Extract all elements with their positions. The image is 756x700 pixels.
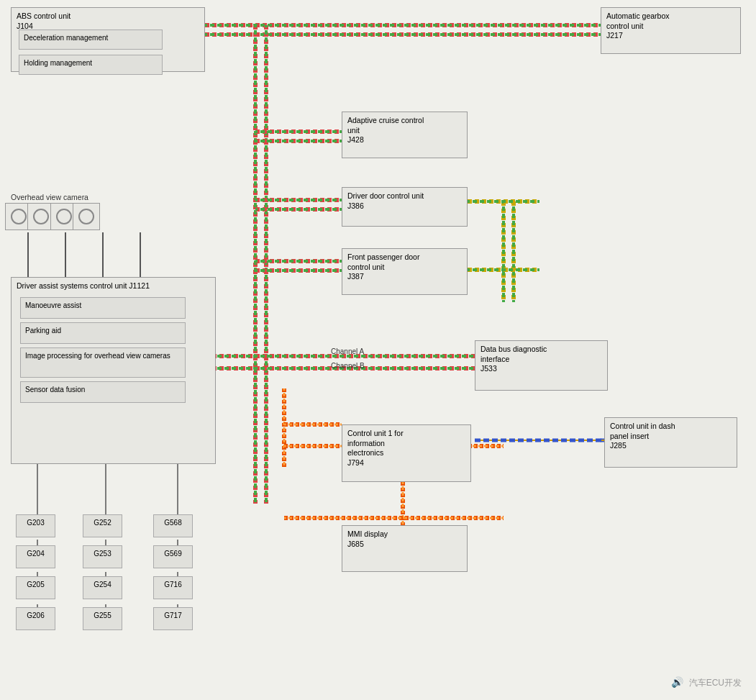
dash-panel-insert: Control unit in dash panel insert J285: [604, 417, 737, 468]
adaptive-label: Adaptive cruise control unit J428: [347, 116, 462, 145]
channel-b-label: Channel B: [331, 362, 365, 370]
manouvre-assist: Manoeuvre assist: [20, 297, 186, 319]
camera-r246: [73, 203, 100, 230]
front-pass-label: Front passenger door control unit J387: [347, 253, 462, 282]
adaptive-cruise: Adaptive cruise control unit J428: [342, 112, 468, 158]
holding-management: Holding management: [19, 55, 163, 75]
g568: G568: [153, 514, 193, 537]
image-processing: Image processing for overhead view camer…: [20, 347, 186, 378]
databus-label: Data bus diagnostic interface J533: [481, 345, 602, 374]
g206: G206: [16, 607, 55, 630]
auto-gearbox: Automatic gearbox control unit J217: [601, 7, 741, 54]
mmi-display: MMI display J685: [342, 525, 468, 572]
control-info-elec: Control unit 1 for information electroni…: [342, 424, 471, 482]
driver-assist-control: Driver assist systems control unit J1121…: [11, 277, 216, 464]
databus-diag: Data bus diagnostic interface J533: [475, 340, 608, 391]
channel-a-label: Channel A: [331, 347, 364, 355]
g717: G717: [153, 607, 193, 630]
driver-door: Driver door control unit J386: [342, 187, 468, 227]
control-info-label: Control unit 1 for information electroni…: [347, 429, 465, 468]
g569: G569: [153, 545, 193, 568]
g204: G204: [16, 545, 55, 568]
dash-panel-label: Control unit in dash panel insert J285: [610, 422, 732, 451]
g203: G203: [16, 514, 55, 537]
auto-gearbox-label: Automatic gearbox control unit J217: [606, 12, 735, 41]
g205: G205: [16, 576, 55, 599]
watermark: 🔊 汽车ECU开发: [671, 676, 742, 689]
mmi-label: MMI display J685: [347, 529, 462, 549]
abs-label: ABS control unit J104: [17, 12, 199, 31]
front-pass-door: Front passenger door control unit J387: [342, 248, 468, 295]
driver-door-label: Driver door control unit J386: [347, 191, 462, 211]
g716: G716: [153, 576, 193, 599]
g255: G255: [83, 607, 122, 630]
parking-aid: Parking aid: [20, 322, 186, 344]
watermark-text: 汽车ECU开发: [689, 678, 742, 688]
diagram-container: ABS control unit J104 Deceleration manag…: [0, 0, 756, 700]
decel-management: Deceleration management: [19, 29, 163, 50]
sensor-fusion: Sensor data fusion: [20, 381, 186, 403]
driver-assist-label: Driver assist systems control unit J1121: [17, 281, 210, 291]
g252: G252: [83, 514, 122, 537]
overhead-camera-label: Overhead view camera: [11, 193, 88, 201]
g254: G254: [83, 576, 122, 599]
g253: G253: [83, 545, 122, 568]
abs-control-unit: ABS control unit J104 Deceleration manag…: [11, 7, 205, 72]
